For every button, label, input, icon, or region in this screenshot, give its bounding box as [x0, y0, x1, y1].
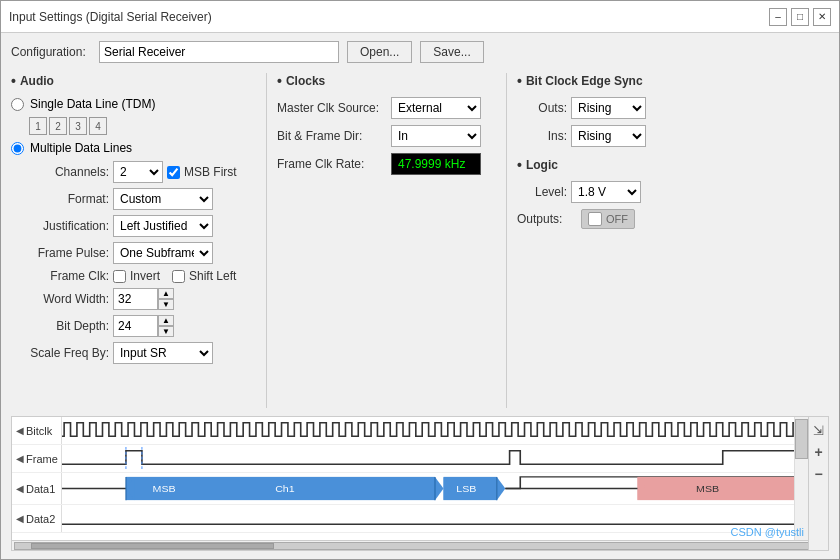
data1-signal: MSB Ch1 LSB MSB	[62, 473, 808, 504]
pulse-select[interactable]: One Subframe One Bit	[113, 242, 213, 264]
single-line-radio[interactable]	[11, 98, 24, 111]
hscroll-thumb[interactable]	[31, 543, 274, 549]
master-clk-select[interactable]: External Internal	[391, 97, 481, 119]
frame-clk-rate-display: 47.9999 kHz	[391, 153, 481, 175]
bit-frame-dir-select[interactable]: In Out	[391, 125, 481, 147]
tdm-btn-2[interactable]: 2	[49, 117, 67, 135]
level-row: Level: 1.8 V 3.3 V 5 V	[517, 181, 829, 203]
tdm-btn-4[interactable]: 4	[89, 117, 107, 135]
title-controls: – □ ✕	[769, 8, 831, 26]
save-button[interactable]: Save...	[420, 41, 483, 63]
ins-row: Ins: Rising Falling	[517, 125, 829, 147]
ins-select[interactable]: Rising Falling	[571, 125, 646, 147]
frame-label: ◀ Frame	[12, 445, 62, 472]
fit-zoom-button[interactable]: ⇲	[810, 421, 828, 439]
panels: • Audio Single Data Line (TDM) 1 2 3 4 M…	[11, 73, 829, 408]
minimize-button[interactable]: –	[769, 8, 787, 26]
audio-panel: • Audio Single Data Line (TDM) 1 2 3 4 M…	[11, 73, 266, 408]
open-button[interactable]: Open...	[347, 41, 412, 63]
waveform-toolbar: ⇲ + −	[808, 417, 828, 550]
outs-row: Outs: Rising Falling	[517, 97, 829, 119]
shift-left-text: Shift Left	[189, 269, 236, 283]
outs-select[interactable]: Rising Falling	[571, 97, 646, 119]
level-label: Level:	[517, 185, 567, 199]
word-width-spin-btns: ▲ ▼	[158, 288, 174, 310]
scale-label: Scale Freq By:	[29, 346, 109, 360]
close-button[interactable]: ✕	[813, 8, 831, 26]
svg-text:MSB: MSB	[696, 484, 719, 494]
title-bar: Input Settings (Digital Serial Receiver)…	[1, 1, 839, 33]
single-line-label: Single Data Line (TDM)	[30, 97, 155, 111]
bit-depth-down[interactable]: ▼	[158, 326, 174, 337]
outputs-toggle[interactable]: OFF	[581, 209, 635, 229]
config-input[interactable]	[99, 41, 339, 63]
frame-clk-label: Frame Clk:	[29, 269, 109, 283]
bitclk-signal	[62, 417, 808, 444]
svg-text:Ch1: Ch1	[275, 484, 295, 494]
msb-first-checkbox[interactable]	[167, 166, 180, 179]
waveform-vscrollbar[interactable]	[794, 417, 808, 540]
channels-label: Channels:	[29, 165, 109, 179]
multi-lines-radio[interactable]	[11, 142, 24, 155]
multi-lines-label: Multiple Data Lines	[30, 141, 132, 155]
bit-depth-spinner: ▲ ▼	[113, 315, 174, 337]
bit-depth-spin-btns: ▲ ▼	[158, 315, 174, 337]
bit-frame-dir-label: Bit & Frame Dir:	[277, 129, 387, 143]
watermark: CSDN @tyustli	[730, 526, 804, 538]
level-select[interactable]: 1.8 V 3.3 V 5 V	[571, 181, 641, 203]
bit-clock-edge-title: • Bit Clock Edge Sync	[517, 73, 829, 89]
maximize-button[interactable]: □	[791, 8, 809, 26]
bit-depth-label: Bit Depth:	[29, 319, 109, 333]
bitclk-row: ◀ Bitclk	[12, 417, 808, 445]
zoom-out-button[interactable]: −	[810, 465, 828, 483]
svg-marker-4	[435, 477, 444, 500]
invert-text: Invert	[130, 269, 160, 283]
tdm-buttons: 1 2 3 4	[29, 117, 256, 135]
channels-select[interactable]: 2 4 8	[113, 161, 163, 183]
frame-clk-row: Frame Clk: Invert Shift Left	[29, 269, 256, 283]
data2-arrow: ◀	[16, 513, 24, 524]
hscroll-track[interactable]	[14, 542, 826, 550]
format-select[interactable]: Custom I2S Left Justified Right Justifie…	[113, 188, 213, 210]
outputs-label: Outputs:	[517, 212, 577, 226]
tdm-btn-3[interactable]: 3	[69, 117, 87, 135]
shift-left-label[interactable]: Shift Left	[172, 269, 236, 283]
word-width-up[interactable]: ▲	[158, 288, 174, 299]
bit-depth-row: Bit Depth: ▲ ▼	[29, 315, 256, 337]
shift-left-checkbox[interactable]	[172, 270, 185, 283]
data1-arrow: ◀	[16, 483, 24, 494]
config-row: Configuration: Open... Save...	[11, 41, 829, 63]
justify-select[interactable]: Left Justified Right Justified	[113, 215, 213, 237]
word-width-down[interactable]: ▼	[158, 299, 174, 310]
main-window: Input Settings (Digital Serial Receiver)…	[0, 0, 840, 560]
tdm-btn-1[interactable]: 1	[29, 117, 47, 135]
waveform-area: ◀ Bitclk ◀ Frame	[11, 416, 829, 551]
word-width-row: Word Width: ▲ ▼	[29, 288, 256, 310]
frame-pulse-row: Frame Pulse: One Subframe One Bit	[29, 242, 256, 264]
svg-marker-7	[497, 477, 506, 500]
master-clk-label: Master Clk Source:	[277, 101, 387, 115]
zoom-in-button[interactable]: +	[810, 443, 828, 461]
bitclk-label: ◀ Bitclk	[12, 417, 62, 444]
scale-select[interactable]: Input SR Fixed	[113, 342, 213, 364]
vscroll-thumb[interactable]	[795, 419, 808, 459]
frame-arrow: ◀	[16, 453, 24, 464]
invert-checkbox[interactable]	[113, 270, 126, 283]
justify-label: Justification:	[29, 219, 109, 233]
single-data-line-row: Single Data Line (TDM)	[11, 97, 256, 111]
waveform-content: ◀ Bitclk ◀ Frame	[12, 417, 808, 540]
outs-label: Outs:	[517, 101, 567, 115]
svg-text:LSB: LSB	[456, 484, 476, 494]
word-width-input[interactable]	[113, 288, 158, 310]
waveform-hscrollbar[interactable]	[12, 540, 828, 550]
msb-first-checkbox-label[interactable]: MSB First	[167, 165, 237, 179]
frame-row: ◀ Frame	[12, 445, 808, 473]
svg-rect-12	[637, 477, 808, 500]
invert-label[interactable]: Invert	[113, 269, 160, 283]
bit-depth-input[interactable]	[113, 315, 158, 337]
logic-section-title: • Logic	[517, 157, 829, 173]
bit-depth-up[interactable]: ▲	[158, 315, 174, 326]
pulse-label: Frame Pulse:	[29, 246, 109, 260]
master-clk-row: Master Clk Source: External Internal	[277, 97, 496, 119]
frame-clk-rate-row: Frame Clk Rate: 47.9999 kHz	[277, 153, 496, 175]
